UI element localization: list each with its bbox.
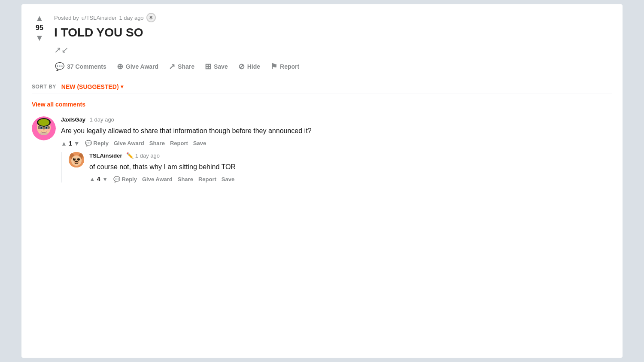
nested-comment-text: of course not, thats why I am sitting be… bbox=[89, 161, 612, 173]
view-all-comments[interactable]: View all comments bbox=[32, 101, 612, 108]
comment-vote-count: 1 bbox=[69, 140, 72, 147]
nested-downvote-button[interactable]: ▼ bbox=[102, 176, 108, 183]
svg-point-22 bbox=[77, 158, 80, 161]
svg-point-9 bbox=[38, 129, 41, 131]
expand-icon[interactable]: ↗↙ bbox=[54, 45, 612, 55]
nested-report-label: Report bbox=[198, 176, 216, 183]
reply-label: Reply bbox=[94, 140, 109, 146]
comment-give-award-label: Give Award bbox=[114, 140, 144, 146]
hide-button[interactable]: ⊘ Hide bbox=[237, 60, 261, 73]
sort-label: SORT BY bbox=[32, 84, 56, 90]
comment-text: Are you legally allowed to share that in… bbox=[61, 125, 612, 137]
comment-give-award-button[interactable]: Give Award bbox=[114, 140, 144, 146]
comments-button[interactable]: 💬 37 Comments bbox=[54, 60, 107, 73]
svg-point-20 bbox=[75, 161, 78, 162]
comment-report-button[interactable]: Report bbox=[170, 140, 188, 146]
vote-count: 95 bbox=[36, 24, 43, 32]
upvote-button[interactable]: ▲ bbox=[34, 13, 45, 23]
chevron-down-icon: ▾ bbox=[121, 84, 123, 90]
svg-point-14 bbox=[38, 119, 49, 126]
nested-comment-row: TSLAinsider ✏️ 1 day ago of course not, … bbox=[69, 152, 612, 183]
comment-share-button[interactable]: Share bbox=[149, 140, 165, 146]
comment-actions: ▲ 1 ▼ 💬 Reply Give Award Share bbox=[61, 140, 612, 147]
nested-avatar bbox=[69, 152, 84, 167]
nested-save-label: Save bbox=[222, 176, 234, 183]
post-actions: 💬 37 Comments ⊕ Give Award ↗ Share ⊞ Sav… bbox=[54, 60, 612, 73]
share-button[interactable]: ↗ Share bbox=[168, 60, 195, 73]
nested-give-award-label: Give Award bbox=[142, 176, 173, 183]
downvote-button[interactable]: ▼ bbox=[34, 33, 45, 43]
comment-downvote-button[interactable]: ▼ bbox=[74, 140, 80, 147]
comment-upvote-button[interactable]: ▲ bbox=[61, 140, 67, 147]
share-label: Share bbox=[178, 63, 194, 70]
nested-give-award-button[interactable]: Give Award bbox=[142, 176, 173, 183]
post-time: 1 day ago bbox=[119, 15, 143, 21]
nested-comment: TSLAinsider ✏️ 1 day ago of course not, … bbox=[61, 152, 612, 183]
post-content: Posted by u/TSLAinsider 1 day ago S I TO… bbox=[54, 13, 612, 73]
hide-icon: ⊘ bbox=[238, 62, 245, 71]
nested-share-label: Share bbox=[178, 176, 193, 183]
nested-reply-label: Reply bbox=[122, 176, 137, 183]
share-icon: ↗ bbox=[169, 62, 175, 71]
divider bbox=[32, 94, 612, 94]
svg-point-10 bbox=[46, 129, 50, 131]
reply-button[interactable]: 💬 Reply bbox=[85, 140, 109, 146]
nested-save-button[interactable]: Save bbox=[222, 176, 234, 183]
save-button[interactable]: ⊞ Save bbox=[204, 60, 229, 73]
nested-comment-meta: TSLAinsider ✏️ 1 day ago bbox=[89, 152, 612, 159]
comment-save-button[interactable]: Save bbox=[193, 140, 206, 146]
hide-label: Hide bbox=[247, 63, 260, 70]
vote-column: ▲ 95 ▼ bbox=[32, 13, 47, 43]
comment-author[interactable]: JaxIsGay bbox=[61, 116, 85, 123]
nested-comment-vote: ▲ 4 ▼ bbox=[89, 176, 108, 183]
nested-vote-count: 4 bbox=[97, 176, 100, 183]
post-container: ▲ 95 ▼ Posted by u/TSLAinsider 1 day ago… bbox=[21, 4, 623, 358]
pencil-icon: ✏️ bbox=[126, 152, 134, 159]
nested-comment-time: 1 day ago bbox=[135, 152, 160, 159]
reply-icon: 💬 bbox=[85, 140, 92, 146]
svg-point-21 bbox=[73, 158, 76, 161]
comment-report-label: Report bbox=[170, 140, 188, 146]
comment-save-label: Save bbox=[193, 140, 206, 146]
svg-point-23 bbox=[74, 158, 75, 159]
post-meta-prefix: Posted by bbox=[54, 15, 79, 21]
comment-time: 1 day ago bbox=[90, 116, 114, 123]
post-header: ▲ 95 ▼ Posted by u/TSLAinsider 1 day ago… bbox=[32, 13, 612, 73]
post-title: I TOLD YOU SO bbox=[54, 26, 612, 40]
report-label: Report bbox=[280, 63, 299, 70]
give-award-button[interactable]: ⊕ Give Award bbox=[116, 60, 159, 73]
comment-vote: ▲ 1 ▼ bbox=[61, 140, 80, 147]
comment-share-label: Share bbox=[149, 140, 165, 146]
comments-label: 37 Comments bbox=[67, 63, 106, 70]
save-icon: ⊞ bbox=[205, 62, 211, 71]
post-author[interactable]: u/TSLAinsider bbox=[82, 15, 117, 21]
nested-reply-button[interactable]: 💬 Reply bbox=[113, 176, 137, 183]
comment-row: JaxIsGay 1 day ago Are you legally allow… bbox=[32, 116, 612, 183]
sort-selected: NEW (SUGGESTED) bbox=[61, 83, 119, 90]
sort-value[interactable]: NEW (SUGGESTED) ▾ bbox=[61, 83, 123, 90]
nested-comment-body: TSLAinsider ✏️ 1 day ago of course not, … bbox=[89, 152, 612, 183]
nested-share-button[interactable]: Share bbox=[178, 176, 193, 183]
give-award-label: Give Award bbox=[126, 63, 158, 70]
streak-icon: S bbox=[146, 13, 156, 22]
post-meta: Posted by u/TSLAinsider 1 day ago S bbox=[54, 13, 612, 22]
nested-comment-actions: ▲ 4 ▼ 💬 Reply Give Award bbox=[89, 176, 612, 183]
avatar bbox=[32, 116, 56, 140]
comment-body: JaxIsGay 1 day ago Are you legally allow… bbox=[61, 116, 612, 183]
report-button[interactable]: ⚑ Report bbox=[270, 60, 300, 73]
nested-comment-author[interactable]: TSLAinsider bbox=[89, 152, 122, 159]
comments-section: JaxIsGay 1 day ago Are you legally allow… bbox=[32, 116, 612, 189]
sort-bar: SORT BY NEW (SUGGESTED) ▾ bbox=[32, 83, 612, 90]
svg-rect-13 bbox=[38, 126, 50, 129]
award-icon: ⊕ bbox=[117, 62, 123, 71]
nested-upvote-button[interactable]: ▲ bbox=[89, 176, 95, 183]
svg-rect-12 bbox=[40, 132, 48, 135]
comment-meta: JaxIsGay 1 day ago bbox=[61, 116, 612, 123]
report-icon: ⚑ bbox=[270, 62, 277, 71]
comment-icon: 💬 bbox=[55, 62, 64, 71]
nested-reply-icon: 💬 bbox=[113, 176, 120, 183]
save-label: Save bbox=[214, 63, 228, 70]
nested-report-button[interactable]: Report bbox=[198, 176, 216, 183]
svg-point-24 bbox=[79, 158, 79, 159]
